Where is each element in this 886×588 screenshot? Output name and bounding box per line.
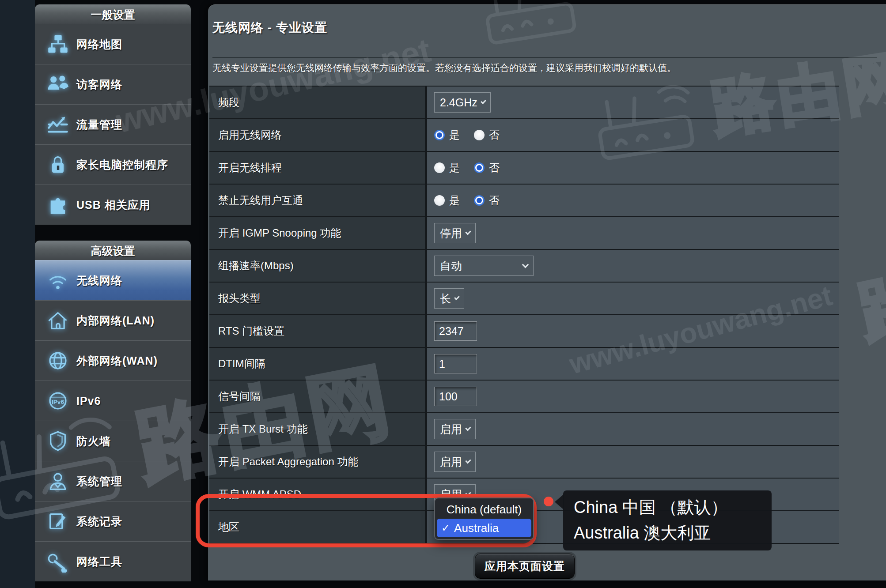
sidebar-item[interactable]: 访客网络 (35, 64, 191, 104)
region-dropdown-menu: China (default) ✓ Australia (434, 498, 534, 540)
setting-label: 开启 WMM APSD (209, 479, 427, 510)
page-description: 无线专业设置提供您无线网络传输与效率方面的设置。若您没有选择适合的设置，建议采用… (212, 62, 862, 74)
sidebar-advanced-section: 高级设置 无线网络 内部网络(LAN) 外部网络(WAN) IPv6 IPv6 (35, 241, 191, 581)
radio-label: 否 (489, 128, 500, 142)
sidebar-item[interactable]: 系统管理 (35, 461, 191, 501)
annotation-line: China 中国 （默认） (574, 494, 772, 520)
dropdown-value: 停用 (440, 226, 462, 241)
setting-value-cell: 启用 (427, 446, 839, 478)
dropdown-value: 2.4GHz (440, 96, 477, 109)
sidebar-general-header: 一般设置 (35, 4, 191, 24)
lan-icon (46, 309, 69, 332)
table-row: RTS 门槛设置 (209, 315, 839, 348)
setting-label: 启用无线网络 (209, 119, 427, 151)
radio-option: 是 (434, 128, 460, 142)
chevron-down-icon (465, 229, 471, 234)
sidebar-item[interactable]: 网络地图 (35, 24, 191, 64)
setting-value-cell: 自动 (427, 250, 839, 282)
firewall-icon (46, 430, 69, 452)
region-menu-option[interactable]: ✓ Australia (437, 519, 531, 537)
svg-text:IPv6: IPv6 (52, 399, 64, 405)
apply-settings-button[interactable]: 应用本页面设置 (475, 554, 575, 579)
radio-label: 是 (449, 193, 460, 207)
checkmark-icon: ✓ (441, 522, 450, 534)
dropdown-select[interactable]: 长 (434, 288, 464, 309)
sidebar-item[interactable]: 外部网络(WAN) (35, 340, 191, 381)
setting-label: 报头类型 (209, 283, 427, 314)
sidebar-item-label: 内部网络(LAN) (76, 313, 155, 328)
sidebar-item[interactable]: 家长电脑控制程序 (35, 144, 191, 185)
sidebar-item[interactable]: USB 相关应用 (35, 185, 191, 225)
setting-label: 组播速率(Mbps) (209, 250, 427, 282)
dropdown-value: 自动 (440, 259, 462, 273)
radio-button[interactable] (474, 162, 485, 173)
dropdown-select[interactable]: 启用 (434, 452, 476, 472)
radio-button[interactable] (434, 162, 445, 173)
tools-icon (46, 550, 69, 573)
sidebar-item-label: 家长电脑控制程序 (76, 158, 168, 172)
admin-icon (46, 470, 69, 493)
network-map-icon (46, 33, 69, 56)
setting-value-cell: 是 否 (427, 185, 839, 216)
setting-label: DTIM间隔 (209, 348, 427, 380)
radio-button[interactable] (434, 130, 445, 140)
table-row: 组播速率(Mbps) 自动 (209, 250, 839, 283)
dropdown-select[interactable]: 停用 (434, 223, 476, 243)
setting-label: 频段 (209, 87, 427, 118)
red-marker-dot (544, 497, 553, 506)
radio-button[interactable] (474, 195, 485, 206)
dropdown-select[interactable]: 2.4GHz (434, 92, 491, 113)
setting-label: 地区 (209, 511, 427, 543)
sidebar-item[interactable]: 内部网络(LAN) (35, 300, 191, 340)
text-input[interactable] (434, 387, 477, 406)
radio-button[interactable] (434, 195, 445, 206)
sidebar-item-label: 网络地图 (76, 37, 122, 52)
sidebar-item[interactable]: 网络工具 (35, 541, 191, 581)
sidebar-item-label: 流量管理 (76, 117, 122, 132)
text-input[interactable] (434, 321, 477, 341)
chevron-down-icon (522, 261, 529, 268)
setting-value-cell (427, 315, 839, 347)
traffic-manager-icon (46, 113, 69, 136)
annotation-box: China 中国 （默认） Australia 澳大利亚 (563, 490, 772, 550)
dropdown-select[interactable]: 启用 (434, 419, 476, 439)
setting-label: 开启 TX Burst 功能 (209, 413, 427, 445)
radio-label: 是 (449, 128, 460, 142)
radio-button[interactable] (474, 130, 485, 140)
dropdown-value: 长 (440, 291, 451, 306)
sidebar-item-label: 系统管理 (76, 474, 122, 489)
sidebar-general-section: 一般设置 网络地图 访客网络 流量管理 家长电脑控制程序 (35, 4, 191, 225)
setting-value-cell: 启用 (427, 413, 839, 445)
radio-group: 是 否 (434, 128, 507, 142)
region-option-label: China (default) (447, 503, 522, 516)
radio-option: 否 (474, 161, 500, 175)
table-row: 开启 Packet Aggregation 功能 启用 (209, 446, 839, 479)
sidebar-item[interactable]: 系统记录 (35, 501, 191, 541)
radio-label: 是 (449, 161, 460, 175)
radio-label: 否 (489, 193, 500, 207)
setting-value-cell: 长 (427, 283, 839, 314)
sidebar-item-label: 防火墙 (76, 434, 111, 449)
chevron-down-icon (481, 98, 486, 104)
wan-icon (46, 349, 69, 372)
region-menu-option[interactable]: China (default) (437, 500, 531, 519)
title-divider (212, 57, 877, 58)
sidebar-item[interactable]: 无线网络 (35, 260, 191, 300)
setting-label: 信号间隔 (209, 381, 427, 412)
table-row: 报头类型 长 (209, 283, 839, 315)
sidebar-item[interactable]: 防火墙 (35, 421, 191, 461)
dropdown-value: 启用 (440, 455, 462, 469)
text-input[interactable] (434, 354, 477, 373)
sidebar-item[interactable]: IPv6 IPv6 (35, 381, 191, 421)
dropdown-select[interactable]: 自动 (434, 256, 534, 276)
setting-value-cell: 2.4GHz (427, 87, 839, 118)
syslog-icon (46, 510, 69, 533)
page-title: 无线网络 - 专业设置 (212, 19, 327, 36)
table-row: 开启 IGMP Snooping 功能 停用 (209, 217, 839, 250)
table-row: 开启无线排程 是 否 (209, 152, 839, 185)
radio-option: 是 (434, 161, 460, 175)
setting-label: RTS 门槛设置 (209, 315, 427, 347)
sidebar-advanced-header: 高级设置 (35, 241, 191, 260)
sidebar-item[interactable]: 流量管理 (35, 104, 191, 144)
setting-value-cell: 停用 (427, 217, 839, 249)
